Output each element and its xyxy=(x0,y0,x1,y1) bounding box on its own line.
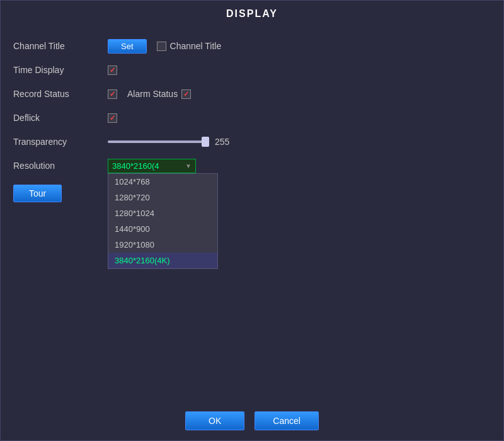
transparency-value: 255 xyxy=(215,137,229,147)
resolution-option-1[interactable]: 1024*768 xyxy=(108,174,217,190)
record-status-label: Record Status xyxy=(13,89,108,99)
transparency-label: Transparency xyxy=(13,137,108,147)
deflick-label: Deflick xyxy=(13,113,108,123)
resolution-option-3[interactable]: 1280*1024 xyxy=(108,205,217,221)
resolution-option-5[interactable]: 1920*1080 xyxy=(108,237,217,253)
resolution-selected-value: 3840*2160(4 xyxy=(112,161,159,171)
resolution-select-button[interactable]: 3840*2160(4 ▼ xyxy=(108,159,196,173)
dialog-title: DISPLAY xyxy=(1,1,503,27)
transparency-slider-track xyxy=(108,140,209,143)
resolution-label: Resolution xyxy=(13,161,108,171)
tour-button[interactable]: Tour xyxy=(13,185,62,202)
deflick-checkbox[interactable] xyxy=(108,113,117,123)
resolution-select-wrapper: 3840*2160(4 ▼ 1024*768 1280*720 1280*102… xyxy=(108,159,196,173)
tour-row: Tour xyxy=(13,181,491,202)
set-button[interactable]: Set xyxy=(108,39,147,54)
resolution-row: Resolution 3840*2160(4 ▼ 1024*768 1280*7… xyxy=(13,157,491,175)
channel-title-label: Channel Title xyxy=(13,41,108,51)
deflick-row: Deflick xyxy=(13,109,491,127)
time-display-label: Time Display xyxy=(13,65,108,75)
dialog-body: Channel Title Set Channel Title Time Dis… xyxy=(1,27,503,401)
cancel-button[interactable]: Cancel xyxy=(255,411,319,430)
resolution-option-6[interactable]: 3840*2160(4K) xyxy=(108,253,217,268)
alarm-status-label: Alarm Status xyxy=(127,89,178,99)
time-display-checkbox[interactable] xyxy=(108,66,117,75)
dropdown-arrow-icon: ▼ xyxy=(185,163,192,169)
transparency-slider-fill xyxy=(108,140,209,143)
transparency-slider-wrapper: 255 xyxy=(108,137,229,147)
resolution-dropdown-menu: 1024*768 1280*720 1280*1024 1440*900 192… xyxy=(108,173,218,269)
display-dialog: DISPLAY Channel Title Set Channel Title … xyxy=(0,0,504,441)
alarm-status-checkbox[interactable] xyxy=(181,89,191,99)
record-status-checkbox[interactable] xyxy=(108,89,117,99)
ok-button[interactable]: OK xyxy=(185,411,244,430)
channel-title-checkbox-label: Channel Title xyxy=(170,41,222,51)
channel-title-checkbox[interactable] xyxy=(157,42,166,51)
channel-title-row: Channel Title Set Channel Title xyxy=(13,37,491,55)
dialog-footer: OK Cancel xyxy=(1,401,503,440)
transparency-row: Transparency 255 xyxy=(13,133,491,151)
transparency-slider-thumb[interactable] xyxy=(202,137,209,147)
resolution-option-4[interactable]: 1440*900 xyxy=(108,221,217,237)
record-status-row: Record Status Alarm Status xyxy=(13,85,491,103)
resolution-option-2[interactable]: 1280*720 xyxy=(108,190,217,205)
time-display-row: Time Display xyxy=(13,61,491,79)
